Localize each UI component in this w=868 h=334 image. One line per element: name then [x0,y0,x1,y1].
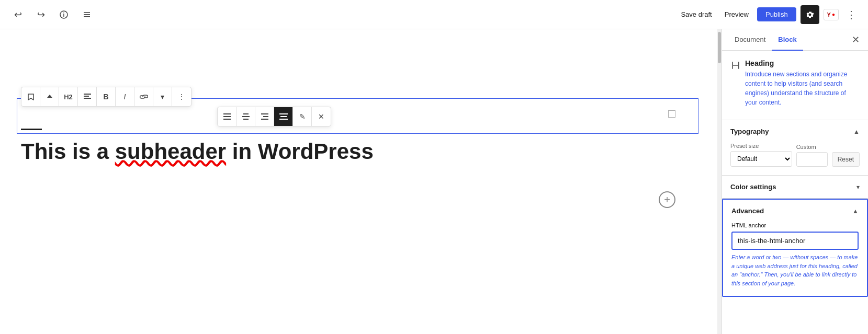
svg-rect-10 [223,119,231,120]
preview-button[interactable]: Preview [720,8,753,20]
text-align-button[interactable] [78,87,97,106]
reset-button[interactable]: Reset [832,152,860,167]
custom-size-input[interactable] [796,152,828,167]
preset-size-group: Preset size Default [730,143,792,167]
more-block-options[interactable]: ⋮ [172,87,191,106]
advanced-chevron-icon: ▲ [852,208,859,215]
typography-header[interactable]: Typography ▲ [722,120,868,143]
block-info-section: Heading Introduce new sections and organ… [722,51,868,120]
topbar-left: ↩ ↪ i [8,5,96,24]
svg-rect-3 [84,14,90,15]
heading-text-before: This is a [21,139,115,164]
close-alignment-button[interactable]: ✕ [312,107,331,126]
italic-button[interactable]: I [116,87,134,106]
editor-scrollbar[interactable] [717,29,722,334]
svg-rect-16 [261,119,268,120]
heading-subheader-word: subheader [115,139,226,164]
document-tab[interactable]: Document [728,29,772,51]
svg-rect-15 [263,116,268,117]
topbar: ↩ ↪ i Save draft Preview Publish Y● ⋮ [0,0,868,29]
svg-rect-12 [242,116,250,117]
align-center-button[interactable] [236,107,255,126]
custom-label: Custom [796,144,828,150]
typography-chevron-icon: ▲ [853,128,860,135]
move-up-button[interactable] [40,87,59,106]
align-right-button[interactable] [255,107,274,126]
edit-as-html-button[interactable]: ✎ [293,107,312,126]
block-type-description: Introduce new sections and organize cont… [745,70,860,107]
color-settings-title: Color settings [730,183,776,191]
info-button[interactable]: i [54,5,73,24]
undo-button[interactable]: ↩ [8,5,27,24]
typography-section: Typography ▲ Preset size Default Custom [722,120,868,176]
bold-button[interactable]: B [97,87,116,106]
svg-rect-9 [223,116,231,117]
block-type-title: Heading [745,59,860,67]
heading-text-after: in WordPress [226,139,374,164]
align-wide-button[interactable] [274,107,293,126]
block-tab[interactable]: Block [772,29,803,51]
svg-rect-17 [279,113,288,114]
block-info-header: Heading Introduce new sections and organ… [730,59,860,107]
preset-size-select[interactable]: Default [730,151,792,167]
color-settings-header[interactable]: Color settings ▾ [722,176,868,198]
anchor-hint-text: Enter a word or two — without spaces — t… [731,253,859,287]
svg-rect-14 [261,113,268,114]
settings-button[interactable] [801,5,819,24]
svg-rect-11 [243,113,249,114]
heading-type-button[interactable]: H2 [59,87,78,106]
typography-title: Typography [730,128,769,135]
svg-rect-5 [84,94,91,95]
typography-content: Preset size Default Custom Reset [722,143,868,175]
heading-block[interactable]: This is a subheader in WordPress [21,129,696,165]
svg-text:i: i [63,12,65,18]
yoast-seo-icon[interactable]: Y● [824,9,839,20]
svg-rect-4 [84,16,90,17]
publish-button[interactable]: Publish [757,7,796,21]
color-settings-chevron-icon: ▾ [856,183,860,191]
panel-close-button[interactable]: ✕ [850,30,862,50]
custom-size-group: Custom [796,144,828,167]
align-left-button[interactable] [218,107,236,126]
heading-underline [21,129,42,130]
redo-button[interactable]: ↪ [31,5,50,24]
advanced-content: HTML anchor Enter a word or two — withou… [723,222,867,296]
block-toolbar: H2 B I ▾ ⋮ [21,87,191,107]
advanced-title: Advanced [731,207,764,215]
preset-size-label: Preset size [730,143,792,149]
editor-area[interactable]: H2 B I ▾ ⋮ ✎ [0,29,717,334]
svg-rect-19 [279,119,288,120]
svg-rect-13 [243,119,249,120]
heading-content[interactable]: This is a subheader in WordPress [21,139,696,165]
typography-fields-row: Preset size Default Custom Reset [730,143,860,167]
block-mover-bookmark[interactable] [21,87,40,106]
topbar-right: Save draft Preview Publish Y● ⋮ [677,5,860,24]
advanced-header[interactable]: Advanced ▲ [723,200,867,222]
panel-tabs: Document Block ✕ [722,29,868,51]
svg-rect-6 [84,96,89,97]
scrollbar-thumb [718,32,721,63]
more-rich-text-button[interactable]: ▾ [153,87,172,106]
advanced-section: Advanced ▲ HTML anchor Enter a word or t… [722,199,868,297]
svg-rect-8 [223,113,231,114]
main-layout: H2 B I ▾ ⋮ ✎ [0,29,868,334]
svg-rect-7 [84,98,91,99]
alignment-toolbar: ✎ ✕ [217,107,331,126]
link-button[interactable] [134,87,153,106]
empty-block-marker [668,110,675,118]
right-panel: Document Block ✕ Heading Introduce new s… [722,29,868,334]
svg-rect-2 [84,12,90,13]
more-options-button[interactable]: ⋮ [843,6,860,23]
list-view-button[interactable] [77,5,96,24]
save-draft-button[interactable]: Save draft [677,8,716,20]
color-settings-section: Color settings ▾ [722,176,868,199]
add-block-button[interactable]: + [659,191,675,208]
svg-rect-18 [280,116,287,117]
heading-block-icon [730,60,741,71]
html-anchor-input[interactable] [731,232,859,250]
html-anchor-label: HTML anchor [731,222,859,228]
